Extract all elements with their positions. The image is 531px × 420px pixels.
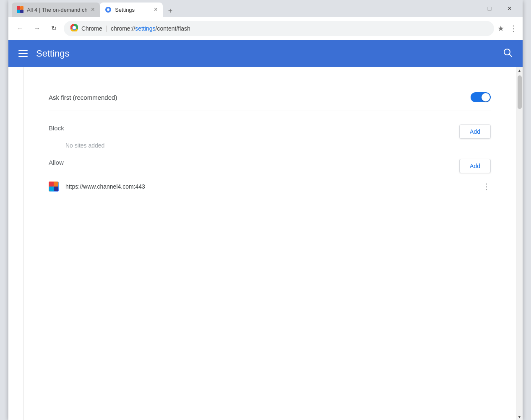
- url-path: /content/flash: [156, 25, 190, 32]
- main-content: Ask first (recommended) Block Add No sit…: [23, 67, 516, 420]
- svg-point-8: [73, 26, 76, 29]
- svg-rect-4: [20, 10, 23, 13]
- url-separator: |: [106, 25, 107, 32]
- allow-site-item: https://www.channel4.com:443 ⋮: [49, 176, 491, 197]
- toggle-thumb: [482, 93, 490, 101]
- back-button[interactable]: ←: [13, 22, 27, 35]
- url-highlight: settings: [135, 25, 155, 32]
- svg-rect-12: [54, 182, 58, 187]
- settings-search-icon[interactable]: [502, 47, 513, 60]
- tab-all4-close[interactable]: ×: [91, 6, 95, 13]
- hamburger-line-1: [18, 50, 28, 51]
- ask-first-toggle[interactable]: [471, 92, 491, 102]
- scroll-down-arrow[interactable]: ▼: [516, 413, 523, 420]
- scroll-thumb[interactable]: [518, 75, 522, 109]
- sidebar-left: [8, 67, 23, 420]
- hamburger-menu-button[interactable]: [18, 50, 28, 57]
- hamburger-line-3: [18, 56, 28, 57]
- url-scheme: chrome://: [111, 25, 135, 32]
- all4-favicon: [17, 6, 23, 13]
- hamburger-line-2: [18, 53, 28, 54]
- url-display: chrome://settings/content/flash: [111, 25, 487, 32]
- settings-header-left: Settings: [18, 48, 70, 59]
- svg-point-6: [107, 8, 109, 11]
- window-controls: — □ ✕: [460, 3, 519, 17]
- forward-button[interactable]: →: [30, 22, 44, 35]
- allow-label: Allow: [49, 159, 64, 166]
- tab-all4[interactable]: All 4 | The on-demand ch ×: [12, 3, 100, 17]
- ask-first-row: Ask first (recommended): [49, 84, 491, 111]
- svg-line-10: [510, 54, 512, 57]
- scroll-up-arrow[interactable]: ▲: [516, 67, 523, 74]
- channel4-favicon: [49, 181, 59, 192]
- svg-rect-3: [17, 10, 20, 13]
- chrome-label: Chrome: [81, 25, 102, 32]
- allow-site-url: https://www.channel4.com:443: [65, 183, 145, 190]
- svg-rect-14: [54, 187, 58, 191]
- browser-window: All 4 | The on-demand ch × Settings × +: [8, 0, 523, 420]
- browser-menu-icon[interactable]: ⋮: [509, 23, 518, 34]
- block-section-header: Block Add: [49, 124, 491, 139]
- tab-all4-title: All 4 | The on-demand ch: [27, 7, 88, 13]
- block-add-button[interactable]: Add: [459, 124, 491, 139]
- svg-rect-1: [17, 6, 20, 10]
- settings-header: Settings: [8, 40, 523, 67]
- reload-button[interactable]: ↻: [47, 22, 60, 35]
- bookmark-star-icon[interactable]: ★: [497, 24, 504, 33]
- allow-section-header: Allow Add: [49, 159, 491, 173]
- allow-add-button[interactable]: Add: [459, 159, 491, 173]
- svg-rect-13: [49, 187, 54, 191]
- ask-first-label: Ask first (recommended): [49, 94, 117, 101]
- new-tab-button[interactable]: +: [164, 5, 176, 17]
- minimize-button[interactable]: —: [460, 3, 479, 14]
- address-bar: ← → ↻ Chrome | chrome://settings/content…: [8, 17, 523, 40]
- svg-rect-11: [49, 182, 54, 187]
- allow-section: Allow Add https://www.channel4.com:443: [49, 159, 491, 197]
- title-bar: All 4 | The on-demand ch × Settings × +: [8, 0, 523, 17]
- omnibox[interactable]: Chrome | chrome://settings/content/flash: [64, 21, 494, 36]
- site-more-options-icon[interactable]: ⋮: [482, 181, 491, 192]
- block-no-sites-label: No sites added: [65, 142, 491, 149]
- chrome-logo-icon: [70, 24, 78, 33]
- svg-rect-2: [20, 6, 23, 10]
- settings-page-title: Settings: [36, 48, 70, 59]
- close-button[interactable]: ✕: [500, 3, 519, 14]
- block-section: Block Add No sites added: [49, 124, 491, 149]
- scroll-track: [516, 74, 523, 413]
- maximize-button[interactable]: □: [480, 3, 499, 14]
- block-label: Block: [49, 124, 64, 132]
- tabs-area: All 4 | The on-demand ch × Settings × +: [12, 0, 460, 17]
- settings-favicon: [105, 6, 112, 13]
- content-wrapper: Ask first (recommended) Block Add No sit…: [8, 67, 523, 420]
- tab-settings-title: Settings: [115, 7, 151, 13]
- tab-settings-close[interactable]: ×: [154, 6, 158, 13]
- scrollbar: ▲ ▼: [516, 67, 523, 420]
- tab-settings[interactable]: Settings ×: [100, 3, 163, 17]
